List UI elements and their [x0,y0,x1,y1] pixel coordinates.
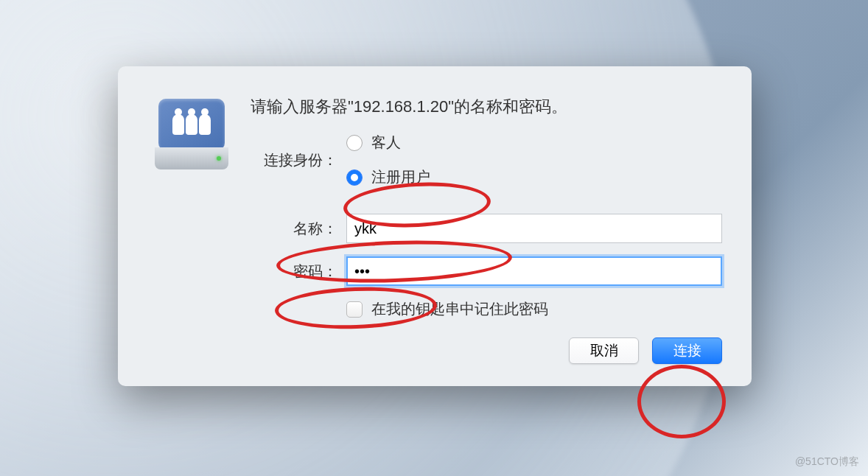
name-label: 名称： [251,219,346,239]
login-dialog: 请输入服务器"192.168.1.20"的名称和密码。 连接身份： 客人 注册用… [118,66,752,386]
radio-registered-label: 注册用户 [371,167,430,187]
remember-label: 在我的钥匙串中记住此密码 [371,299,548,319]
server-share-icon [147,96,236,180]
radio-guest[interactable]: 客人 [346,133,430,153]
watermark: @51CTO博客 [795,455,859,469]
radio-registered[interactable]: 注册用户 [346,167,430,187]
cancel-button[interactable]: 取消 [569,337,639,364]
password-input[interactable] [346,256,722,286]
password-label: 密码： [251,262,346,281]
radio-guest-label: 客人 [371,133,401,153]
radio-registered-input[interactable] [346,169,363,186]
identity-label: 连接身份： [251,150,346,170]
name-input[interactable] [346,214,722,243]
remember-checkbox[interactable] [346,301,363,318]
connect-button[interactable]: 连接 [652,337,722,364]
dialog-prompt: 请输入服务器"192.168.1.20"的名称和密码。 [251,96,722,118]
radio-guest-input[interactable] [346,135,363,151]
